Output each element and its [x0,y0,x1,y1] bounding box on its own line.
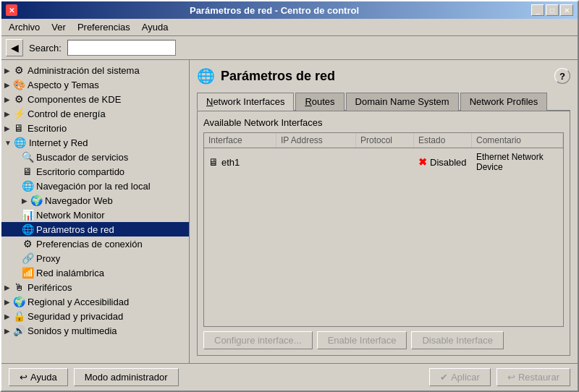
expand-icon: ▶ [4,110,10,118]
sidebar-item-netmonitor[interactable]: 📊 Network Monitor [1,208,189,222]
sidebar-item-perifericos[interactable]: ▶ 🖱 Periféricos [1,280,189,294]
sidebar-item-seguridad[interactable]: ▶ 🔒 Seguridad y privacidad [1,309,189,323]
minimize-button[interactable]: _ [531,4,544,16]
apply-button[interactable]: ✔ Aplicar [429,368,491,386]
help-bottom-button[interactable]: ↩ Ayuda [9,368,68,386]
search-label: Search: [29,43,62,54]
expand-icon: ▶ [4,95,10,103]
parametros-icon: 🌐 [22,223,33,235]
search-input[interactable] [67,40,176,56]
bottom-right: ✔ Aplicar ↩ Restaurar [429,368,570,386]
tab-label-routes: R [305,96,311,107]
restore-icon: ↩ [507,372,515,383]
cell-estado: ✖ Disabled [414,154,472,170]
sidebar-item-escritorio[interactable]: ▶ 🖥 Escritorio [1,121,189,135]
right-panel: 🌐 Parámetros de red ? Network Interfaces… [190,60,578,363]
tab-interfaces[interactable]: Network Interfaces [197,93,294,111]
netmonitor-icon: 📊 [22,209,33,221]
tab-profiles[interactable]: Network Profiles [460,93,548,111]
sidebar-label-aspect: Aspecto y Temas [28,80,99,90]
admin-icon: ⚙ [13,64,25,76]
tab-content: Available Network Interfaces Interface I… [197,111,570,356]
apply-icon: ✔ [440,372,448,383]
close-button[interactable]: ✕ [560,4,573,16]
expand-icon: ▶ [22,197,28,205]
sidebar-item-sonidos[interactable]: ▶ 🔊 Sonidos y multimedia [1,323,189,338]
sidebar-item-redinalambrica[interactable]: 📶 Red inalámbrica [1,265,189,280]
menu-ver[interactable]: Ver [47,20,70,34]
sidebar-item-admin[interactable]: ▶ ⚙ Administración del sistema [1,63,189,77]
tab-label-profiles: Network Profiles [470,96,538,107]
tab-label-rest2: outes [312,96,335,107]
tab-label-rest: etwork Interfaces [213,96,284,107]
panel-title: Parámetros de red [221,69,335,84]
menu-ayuda[interactable]: Ayuda [138,20,173,34]
sidebar-label-buscador: Buscador de servicios [36,152,128,163]
sidebar-item-navweb[interactable]: ▶ 🌍 Navegador Web [1,193,189,208]
kde-icon: ⚙ [13,93,25,105]
sidebar-item-aspect[interactable]: ▶ 🎨 Aspecto y Temas [1,77,189,92]
window-icon: ✕ [6,4,17,16]
sidebar-label-sonidos: Sonidos y multimedia [28,325,117,336]
proxy-icon: 🔗 [22,252,33,264]
cell-ip [276,160,356,164]
menu-preferencias[interactable]: Preferencias [73,20,135,34]
tab-dns[interactable]: Domain Name System [346,93,459,111]
admin-label: Modo administrador [85,372,168,383]
menu-archivo[interactable]: Archivo [4,20,44,34]
escritorio-icon: 🖥 [13,122,25,134]
expand-icon: ▶ [4,67,10,74]
sonidos-icon: 🔊 [13,325,25,336]
tab-routes[interactable]: Routes [295,93,344,111]
toolbar: ◀ Search: [1,36,578,60]
panel-title-area: 🌐 Parámetros de red [197,67,335,85]
col-interface: Interface [204,133,276,148]
sidebar-item-proxy[interactable]: 🔗 Proxy [1,251,189,265]
navlocal-icon: 🌐 [22,180,33,192]
sidebar-item-energy[interactable]: ▶ ⚡ Control de energía [1,106,189,121]
seguridad-icon: 🔒 [13,310,25,322]
sidebar-item-navlocal[interactable]: 🌐 Navegación por la red local [1,179,189,193]
sidebar-label-red: Red inalámbrica [36,268,104,278]
help-button[interactable]: ? [554,68,570,84]
energy-icon: ⚡ [13,108,25,119]
tab-bar: Network Interfaces Routes Domain Name Sy… [197,92,570,111]
expand-icon: ▶ [4,312,10,320]
sidebar-label-perifericos: Periféricos [28,282,72,293]
sidebar-label-seguridad: Seguridad y privacidad [28,311,123,322]
sidebar-label-navlocal: Navegación por la red local [36,181,151,192]
restore-label: Restaurar [518,372,559,383]
help-arrow-icon: ↩ [20,372,28,383]
table-header: Interface IP Address Protocol Estado Com… [204,133,563,148]
sidebar-label-escritorio: Escritorio [28,123,67,134]
sidebar-label-internet: Internet y Red [29,137,88,148]
sidebar-item-escritorio2[interactable]: 🖥 Escritorio compartido [1,164,189,179]
back-button[interactable]: ◀ [6,39,23,56]
bottom-left: ↩ Ayuda Modo administrador [9,368,179,386]
apply-label: Aplicar [451,372,480,383]
buscador-icon: 🔍 [22,151,33,163]
enable-button[interactable]: Enable Interface [317,331,407,349]
interfaces-table: Interface IP Address Protocol Estado Com… [203,132,564,327]
cell-protocol [356,160,414,164]
sidebar-item-preferencias[interactable]: ⚙ Preferencias de conexión [1,237,189,251]
sidebar-item-internet[interactable]: ▼ 🌐 Internet y Red [1,135,189,150]
table-row[interactable]: 🖥 eth1 ✖ Disabled Ethernet Network Devic… [204,148,563,176]
perifericos-icon: 🖱 [13,281,25,293]
expand-icon: ▼ [4,139,12,147]
disable-button[interactable]: Disable Interface [411,331,504,349]
interface-name: eth1 [221,157,240,168]
sidebar-item-kde[interactable]: ▶ ⚙ Componentes de KDE [1,92,189,106]
admin-button[interactable]: Modo administrador [74,368,179,386]
sidebar-item-regional[interactable]: ▶ 🌍 Regional y Accesibilidad [1,294,189,309]
sidebar-item-buscador[interactable]: 🔍 Buscador de servicios [1,150,189,164]
maximize-button[interactable]: □ [546,4,559,16]
sidebar-label-preferencias: Preferencias de conexión [36,239,143,250]
restore-button[interactable]: ↩ Restaurar [496,368,570,386]
col-ip: IP Address [276,133,356,148]
cell-comentario: Ethernet Network Device [472,150,563,174]
configure-button[interactable]: Configure interface... [203,331,313,349]
internet-icon: 🌐 [14,137,26,148]
sidebar-item-parametros[interactable]: 🌐 Parámetros de red [1,222,189,237]
menu-bar: Archivo Ver Preferencias Ayuda [1,19,578,36]
